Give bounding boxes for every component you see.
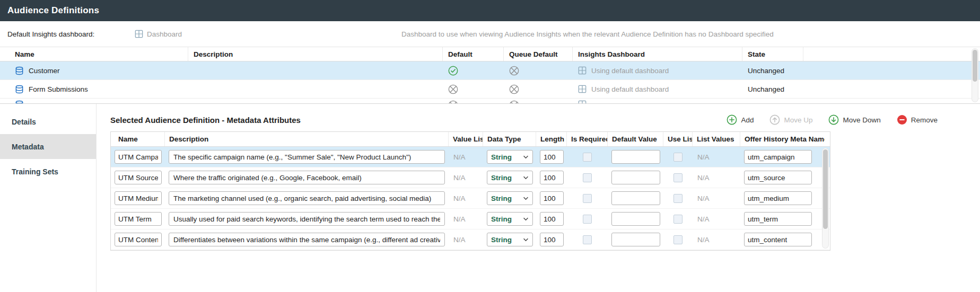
offer-history-meta-name-input[interactable] xyxy=(744,233,812,246)
data-type-select[interactable]: String xyxy=(487,150,533,164)
definition-row-customer[interactable]: Customer Using default dashboard Unchang… xyxy=(0,61,980,80)
attribute-description-input[interactable] xyxy=(169,233,445,246)
data-type-select[interactable]: String xyxy=(487,171,533,184)
is-required-checkbox[interactable] xyxy=(583,215,592,224)
cell-name xyxy=(111,147,165,167)
column-header-default-value: Default Value xyxy=(608,132,663,146)
length-input[interactable] xyxy=(540,191,564,205)
scrollbar-thumb[interactable] xyxy=(823,149,828,229)
cell-default-value xyxy=(608,229,663,250)
use-list-checkbox[interactable] xyxy=(673,215,682,224)
definition-row-form-submissions[interactable]: Form Submissions Using default dashboard… xyxy=(0,80,980,99)
dashboard-icon xyxy=(578,66,587,75)
column-header-data-type: Data Type xyxy=(483,132,536,146)
use-list-checkbox[interactable] xyxy=(673,235,682,244)
cell-description xyxy=(165,147,449,167)
metadata-row-utm-source[interactable]: N/A String N/A xyxy=(111,167,830,188)
data-type-select[interactable]: String xyxy=(487,191,533,205)
default-value-input[interactable] xyxy=(611,233,660,246)
attribute-description-input[interactable] xyxy=(169,212,445,226)
cell-value-list: N/A xyxy=(449,167,483,188)
attribute-description-input[interactable] xyxy=(169,191,445,205)
is-required-checkbox[interactable] xyxy=(583,153,592,162)
cell-value-list: N/A xyxy=(449,229,483,250)
offer-history-meta-name-input[interactable] xyxy=(744,191,812,205)
cell-state: Unchanged xyxy=(742,80,803,98)
cell-use-list xyxy=(663,209,693,229)
offer-history-meta-name-input[interactable] xyxy=(744,212,812,226)
cell-insights-dashboard: Using default dashboard xyxy=(573,80,742,98)
page-header: Audience Definitions xyxy=(0,0,980,21)
attribute-name-input[interactable] xyxy=(115,191,162,205)
default-dashboard-picker[interactable]: Dashboard xyxy=(135,30,182,38)
value-list-na: N/A xyxy=(452,215,466,223)
attribute-name-input[interactable] xyxy=(115,150,162,164)
length-input[interactable] xyxy=(540,212,564,226)
attribute-name-input[interactable] xyxy=(115,212,162,226)
offer-history-meta-name-input[interactable] xyxy=(744,150,812,164)
data-type-select[interactable]: String xyxy=(487,212,533,226)
metadata-table-header: Name Description Value List Data Type Le… xyxy=(111,132,830,147)
add-button[interactable]: Add xyxy=(727,114,754,125)
database-icon xyxy=(15,85,24,94)
cell-filler xyxy=(803,61,980,79)
cell-list-values: N/A xyxy=(693,147,740,167)
metadata-row-utm-campaign[interactable]: N/A String N/A xyxy=(111,147,830,167)
data-type-select[interactable]: String xyxy=(487,233,533,246)
chevron-down-icon xyxy=(523,217,529,221)
sidebar-item-details[interactable]: Details xyxy=(0,109,96,134)
insights-dashboard-value: Using default dashboard xyxy=(591,85,669,93)
column-header-use-list: Use List xyxy=(663,132,693,146)
cell-default-value xyxy=(608,147,663,167)
default-value-input[interactable] xyxy=(611,191,660,205)
cell-filler xyxy=(803,80,980,98)
move-up-button[interactable]: Move Up xyxy=(769,114,812,125)
cell-description xyxy=(188,80,443,98)
move-down-button[interactable]: Move Down xyxy=(828,114,880,125)
metadata-panel: Selected Audience Definition - Metadata … xyxy=(97,104,980,292)
is-required-checkbox[interactable] xyxy=(583,235,592,244)
cell-state xyxy=(742,99,803,103)
use-list-checkbox[interactable] xyxy=(673,173,682,182)
metadata-row-utm-term[interactable]: N/A String N/A xyxy=(111,209,830,229)
use-list-checkbox[interactable] xyxy=(673,153,682,162)
length-input[interactable] xyxy=(540,233,564,246)
is-required-checkbox[interactable] xyxy=(583,173,592,182)
cell-list-values: N/A xyxy=(693,209,740,229)
cell-queue-default xyxy=(504,99,573,103)
attribute-name-input[interactable] xyxy=(115,233,162,246)
insights-dashboard-value: Using default dashboard xyxy=(591,67,669,75)
default-value-input[interactable] xyxy=(611,150,660,164)
offer-history-meta-name-input[interactable] xyxy=(744,171,812,184)
length-input[interactable] xyxy=(540,171,564,184)
definition-row-partial[interactable] xyxy=(0,99,980,103)
attribute-name-input[interactable] xyxy=(115,171,162,184)
cross-circle-icon xyxy=(509,100,519,103)
attribute-description-input[interactable] xyxy=(169,150,445,164)
default-value-input[interactable] xyxy=(611,171,660,184)
scrollbar-thumb[interactable] xyxy=(973,50,977,82)
attribute-description-input[interactable] xyxy=(169,171,445,184)
vertical-scrollbar[interactable] xyxy=(822,148,829,249)
column-header-length: Length xyxy=(536,132,567,146)
list-values-na: N/A xyxy=(696,153,710,161)
page-title: Audience Definitions xyxy=(7,5,99,16)
sidebar-item-metadata[interactable]: Metadata xyxy=(0,134,96,159)
sidebar-item-training-sets[interactable]: Training Sets xyxy=(0,159,96,184)
metadata-panel-title: Selected Audience Definition - Metadata … xyxy=(110,116,301,125)
remove-button[interactable]: Remove xyxy=(897,114,938,125)
cell-name xyxy=(111,188,165,208)
cell-description xyxy=(165,167,449,188)
detail-section: Details Metadata Training Sets Selected … xyxy=(0,103,980,292)
metadata-row-utm-medium[interactable]: N/A String N/A xyxy=(111,188,830,209)
column-header-insights-dashboard: Insights Dashboard xyxy=(573,47,742,61)
default-value-input[interactable] xyxy=(611,212,660,226)
length-input[interactable] xyxy=(540,150,564,164)
vertical-scrollbar[interactable] xyxy=(972,48,978,102)
metadata-row-utm-content[interactable]: N/A String N/A xyxy=(111,229,830,250)
use-list-checkbox[interactable] xyxy=(673,194,682,203)
is-required-checkbox[interactable] xyxy=(583,194,592,203)
chevron-down-icon xyxy=(523,197,529,200)
cell-queue-default xyxy=(504,61,573,79)
cell-default-value xyxy=(608,209,663,229)
